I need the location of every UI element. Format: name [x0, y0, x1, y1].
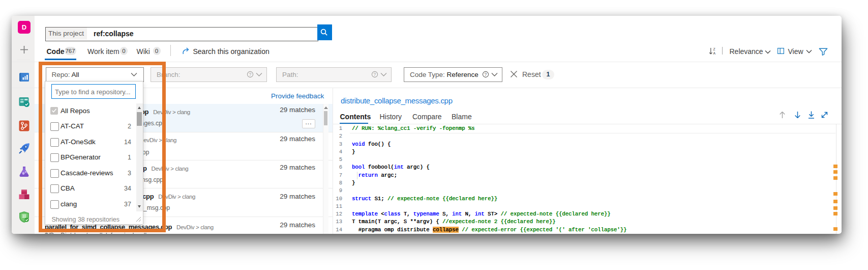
svg-text:Z: Z [713, 47, 715, 51]
svg-text:?: ? [374, 72, 376, 77]
svg-text:?: ? [485, 72, 487, 77]
svg-text:?: ? [249, 72, 252, 77]
svg-text:A: A [713, 51, 716, 55]
